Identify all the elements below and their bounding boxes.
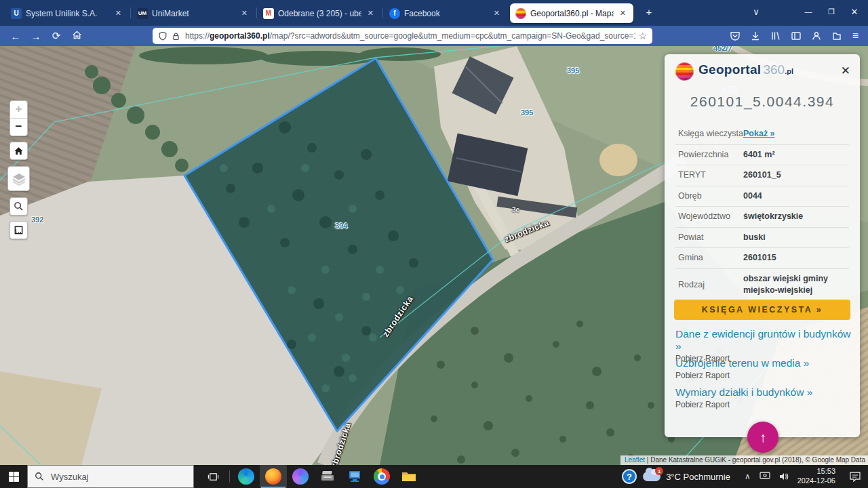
pobierz-raport-label: Pobierz Raport (675, 371, 852, 380)
ksiega-wieczysta-button[interactable]: KSIĘGA WIECZYSTA » (674, 300, 850, 320)
row-gmina: Gmina 2601015 (675, 248, 849, 269)
tab-title: Facebook (404, 9, 488, 18)
taskbar-help[interactable]: ? (616, 465, 643, 488)
taskbar-remote-desktop[interactable] (341, 465, 368, 488)
geoportal-globe-icon (675, 62, 694, 81)
row-label: Gmina (678, 252, 743, 264)
zoom-out-button[interactable]: − (10, 119, 27, 136)
url-text: https://geoportal360.pl/map/?src=adwords… (185, 31, 635, 41)
url-bar[interactable]: https://geoportal360.pl/map/?src=adwords… (153, 28, 652, 44)
unimarket-icon: UM (137, 8, 148, 19)
row-label: TERYT (678, 169, 743, 181)
window-minimize-button[interactable]: — (797, 0, 820, 23)
layers-button[interactable] (7, 166, 30, 191)
sidebars-icon[interactable] (791, 30, 802, 41)
desktop: U System Unilink S.A. ✕ UM UniMarket ✕ M… (0, 0, 868, 488)
logo-text-360: 360 (763, 62, 785, 77)
zoom-in-button[interactable]: + (10, 101, 27, 119)
tab-gmail[interactable]: M Odebrane (3 205) - ubezpiecze ✕ (258, 3, 381, 23)
task-view-button[interactable] (199, 465, 226, 488)
taskbar-file-explorer[interactable] (395, 465, 422, 488)
tab-system-unilink[interactable]: U System Unilink S.A. ✕ (5, 3, 129, 23)
search-icon (35, 472, 44, 481)
pocket-save-icon[interactable] (730, 30, 741, 41)
system-tray: 1 3°C Pochmurnie ∧ 15:53 2024-12-06 (643, 465, 868, 488)
parcel-label: 392 (31, 216, 43, 224)
parcel-attributes: Księga wieczysta Pokaż » Powierzchnia 64… (675, 124, 849, 301)
layers-icon (11, 171, 27, 187)
tab-geoportal360-active[interactable]: Geoportal360.pl - Mapa Interal ✕ (510, 3, 633, 23)
parcel-info-panel: Geoportal 360 .pl ✕ 260101_5.0044.394 Ks… (665, 54, 860, 437)
window-restore-button[interactable]: ❐ (820, 0, 843, 23)
uzbrojenie-terenu-link[interactable]: Uzbrojenie terenu w media » (675, 357, 852, 369)
start-button[interactable] (0, 465, 27, 488)
map-attribution: Leaflet | Dane Katastralne GUGiK - geopo… (620, 455, 868, 465)
report-link-block: Uzbrojenie terenu w media » Pobierz Rapo… (675, 357, 852, 380)
dane-ewidencji-link[interactable]: Dane z ewidencji gruntów i budynków » (675, 328, 852, 352)
row-label: Obręb (678, 190, 743, 202)
account-icon[interactable] (811, 30, 822, 41)
parcel-label: 395 (521, 108, 533, 117)
browser-tab-bar: U System Unilink S.A. ✕ UM UniMarket ✕ M… (0, 0, 868, 26)
reload-button[interactable]: ⟳ (46, 30, 66, 42)
home-button[interactable] (66, 30, 87, 42)
row-ksiega-wieczysta: Księga wieczysta Pokaż » (675, 124, 849, 145)
wymiary-dzialki-link[interactable]: Wymiary działki i budynków » (675, 386, 852, 399)
tray-expand-icon[interactable]: ∧ (745, 472, 751, 481)
gmail-icon: M (263, 8, 274, 19)
row-label: Powiat (678, 232, 743, 243)
map-search-button[interactable] (9, 197, 28, 216)
tab-close-icon[interactable]: ✕ (492, 9, 502, 18)
parcel-label: 394 (335, 222, 347, 230)
bookmark-star-icon[interactable]: ☆ (638, 30, 647, 41)
speaker-icon[interactable] (778, 472, 789, 481)
taskbar-firefox-active[interactable] (260, 465, 287, 488)
back-button[interactable]: ← (5, 30, 26, 42)
search-placeholder: Wyszukaj (51, 472, 89, 482)
downloads-icon[interactable] (750, 30, 761, 41)
pokaz-link[interactable]: Pokaż » (743, 129, 775, 138)
scroll-up-fab[interactable]: ↑ (747, 422, 778, 453)
list-all-tabs-icon[interactable]: ∨ (745, 0, 768, 23)
weather-text[interactable]: 3°C Pochmurnie (666, 472, 730, 482)
taskbar-edge[interactable] (233, 465, 260, 488)
row-value: buski (743, 232, 849, 244)
help-icon: ? (622, 469, 637, 484)
meet-now-icon[interactable] (760, 472, 770, 481)
taskbar-search-box[interactable]: Wyszukaj (27, 465, 194, 488)
tab-close-icon[interactable]: ✕ (366, 9, 376, 18)
taskbar-printer[interactable] (314, 465, 341, 488)
leaflet-link[interactable]: Leaflet (625, 456, 645, 464)
logo-text-pl: .pl (785, 67, 793, 75)
tab-close-icon[interactable]: ✕ (239, 9, 250, 18)
taskbar-app-purple[interactable] (287, 465, 314, 488)
weather-widget[interactable]: 1 (643, 472, 660, 481)
menu-icon[interactable]: ≡ (852, 30, 859, 42)
tab-title: Geoportal360.pl - Mapa Interal (530, 9, 614, 18)
extensions-icon[interactable] (831, 30, 842, 41)
row-value: 0044 (743, 190, 849, 203)
action-center-icon[interactable] (849, 471, 861, 482)
tab-facebook[interactable]: f Facebook ✕ (384, 3, 507, 23)
zoom-control: + − (9, 100, 28, 136)
forward-button[interactable]: → (26, 30, 46, 42)
row-value: 2601015 (743, 252, 849, 264)
new-tab-button[interactable]: + (637, 0, 660, 23)
firefox-icon (265, 468, 281, 485)
tab-unimarket[interactable]: UM UniMarket ✕ (132, 3, 255, 23)
taskbar-chrome[interactable] (368, 465, 395, 488)
tab-close-icon[interactable]: ✕ (113, 9, 123, 18)
library-icon[interactable] (770, 30, 781, 41)
tracking-protection-shield-icon[interactable] (158, 31, 167, 41)
panel-close-icon[interactable]: ✕ (841, 64, 850, 78)
row-wojewodztwo: Województwo świętokrzyskie (675, 207, 849, 228)
geoportal-icon (515, 8, 526, 19)
map-home-button[interactable] (9, 142, 28, 160)
row-teryt: TERYT 260101_5 (675, 165, 849, 186)
window-close-button[interactable]: ✕ (843, 0, 866, 23)
measure-button[interactable] (9, 221, 28, 239)
taskbar-clock[interactable]: 15:53 2024-12-06 (797, 467, 835, 486)
tab-title: UniMarket (152, 9, 235, 18)
tab-close-icon[interactable]: ✕ (618, 9, 628, 18)
lock-icon[interactable] (172, 32, 180, 41)
